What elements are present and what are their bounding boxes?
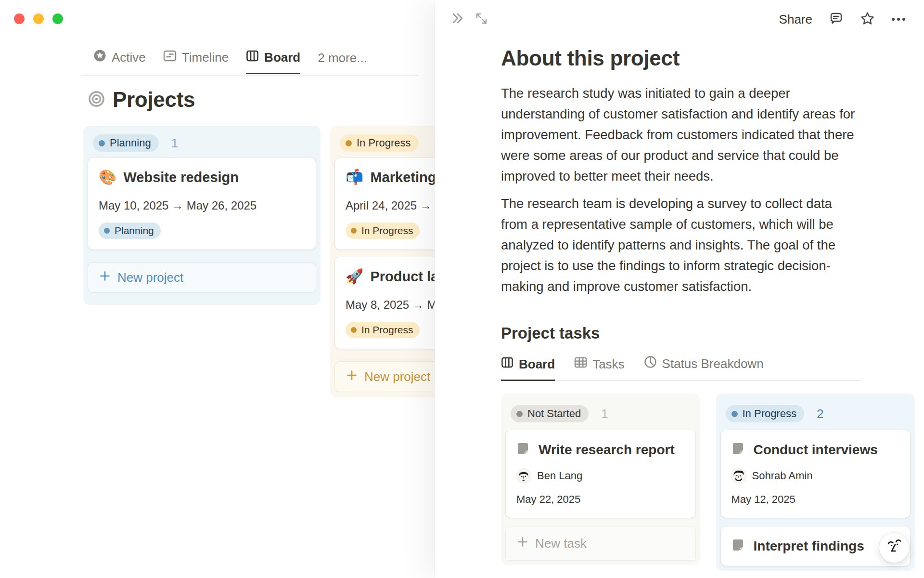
tab-board-view[interactable]: Board (501, 356, 555, 381)
column-header: Planning 1 (88, 131, 316, 157)
double-chevron-right-icon (451, 12, 464, 26)
status-chip-not-started[interactable]: Not Started (511, 405, 589, 422)
board-icon (246, 50, 259, 66)
page-icon (732, 442, 746, 458)
board-icon (501, 356, 513, 372)
project-tasks-heading: Project tasks (501, 324, 915, 343)
timeline-icon (163, 50, 177, 66)
comments-button[interactable] (829, 11, 844, 28)
favorite-button[interactable] (860, 11, 875, 28)
card-status-tag: Planning (99, 223, 161, 239)
column-header: Not Started 1 (506, 398, 695, 427)
about-paragraph-2: The research team is developing a survey… (501, 193, 861, 297)
open-full-page-button[interactable] (475, 12, 488, 27)
database-view-tabs: Active Timeline Board 2 more... (93, 49, 367, 74)
column-planning: Planning 1 🎨 Website redesign May 10, 20… (83, 126, 321, 305)
card-status-tag: In Progress (346, 322, 420, 338)
column-count: 2 (817, 407, 823, 421)
peek-toolbar: Share (435, 0, 924, 39)
page-peek-panel: Share About this (435, 0, 924, 578)
window-controls (14, 13, 63, 24)
plus-icon (516, 536, 529, 552)
tab-label: Board (264, 50, 300, 65)
star-circle-icon (93, 49, 106, 66)
table-icon (574, 356, 587, 372)
about-paragraph-1: The research study was initiated to gain… (501, 83, 861, 186)
star-icon (860, 11, 875, 28)
card-title: Interpret findings (754, 538, 864, 554)
minimize-window-button[interactable] (33, 13, 44, 24)
card-title: Conduct interviews (754, 442, 878, 458)
notion-window: Active Timeline Board 2 more... (0, 0, 924, 578)
column-count: 1 (171, 136, 178, 151)
status-clock-icon (644, 355, 657, 372)
page-icon (732, 538, 746, 554)
more-options-button[interactable] (891, 15, 906, 24)
new-task-button[interactable]: New task (506, 526, 695, 560)
status-dot (516, 411, 523, 417)
peek-content: About this project The research study wa… (501, 39, 915, 571)
card-status-tag: In Progress (346, 223, 420, 239)
column-count: 1 (601, 407, 608, 421)
card-date-range: May 10, 2025 → May 26, 2025 (99, 198, 305, 213)
page-title: Projects (113, 88, 195, 112)
target-icon (88, 90, 105, 110)
column-header: In Progress 2 (721, 398, 911, 427)
status-dot (104, 228, 110, 234)
comment-icon (829, 11, 844, 28)
status-dot (351, 327, 357, 333)
tab-more-views[interactable]: 2 more... (318, 51, 367, 74)
mailbox-emoji-icon: 📬 (346, 169, 363, 186)
expand-diagonal-icon (475, 12, 488, 27)
status-chip-in-progress[interactable]: In Progress (340, 134, 419, 152)
share-button[interactable]: Share (779, 12, 812, 27)
status-dot (99, 140, 105, 146)
plus-icon (99, 270, 111, 286)
task-view-tabs: Board Tasks Status Breakdown (501, 355, 861, 381)
status-chip-in-progress[interactable]: In Progress (726, 405, 805, 422)
tab-status-breakdown-view[interactable]: Status Breakdown (644, 355, 764, 381)
notion-ai-button[interactable] (879, 533, 909, 563)
task-card-conduct-interviews[interactable]: Conduct interviews Sohrab Amin May 12, 2… (721, 430, 911, 518)
task-card-write-research-report[interactable]: Write research report Ben Lang May 22, 2… (506, 430, 695, 518)
tab-timeline-view[interactable]: Timeline (163, 50, 229, 74)
new-project-button[interactable]: New project (88, 263, 316, 292)
avatar-sohrab-amin (732, 469, 746, 483)
tab-label: 2 more... (318, 51, 367, 66)
status-chip-planning[interactable]: Planning (93, 134, 159, 152)
about-heading: About this project (501, 45, 915, 71)
tab-label: Active (112, 50, 146, 65)
ellipsis-icon (891, 15, 906, 24)
tab-tasks-view[interactable]: Tasks (574, 356, 624, 381)
status-dot (346, 140, 352, 146)
page-icon (516, 442, 531, 458)
close-window-button[interactable] (14, 13, 25, 24)
zoom-window-button[interactable] (52, 13, 63, 24)
plus-icon (346, 369, 358, 385)
status-dot (351, 228, 357, 234)
assignee-name: Sohrab Amin (752, 470, 813, 482)
tasks-board: Not Started 1 Write research report (501, 394, 915, 571)
close-peek-button[interactable] (451, 12, 464, 26)
tab-active-view[interactable]: Active (93, 49, 146, 74)
palette-emoji-icon: 🎨 (99, 169, 116, 186)
due-date: May 12, 2025 (732, 493, 900, 506)
card-title: Write research report (539, 442, 675, 458)
status-dot (732, 411, 738, 417)
card-title: Website redesign (123, 169, 239, 186)
tab-label: Timeline (182, 50, 229, 65)
database-title-row: Projects (88, 88, 195, 112)
due-date: May 22, 2025 (516, 493, 685, 506)
tab-board-view[interactable]: Board (246, 50, 300, 74)
tabs-divider (81, 75, 418, 76)
assignee-name: Ben Lang (537, 470, 582, 482)
project-card-website-redesign[interactable]: 🎨 Website redesign May 10, 2025 → May 26… (88, 158, 316, 250)
rocket-emoji-icon: 🚀 (346, 268, 363, 285)
notion-ai-face-icon (886, 538, 903, 557)
column-not-started: Not Started 1 Write research report (501, 394, 700, 565)
avatar-ben-lang (516, 469, 531, 483)
